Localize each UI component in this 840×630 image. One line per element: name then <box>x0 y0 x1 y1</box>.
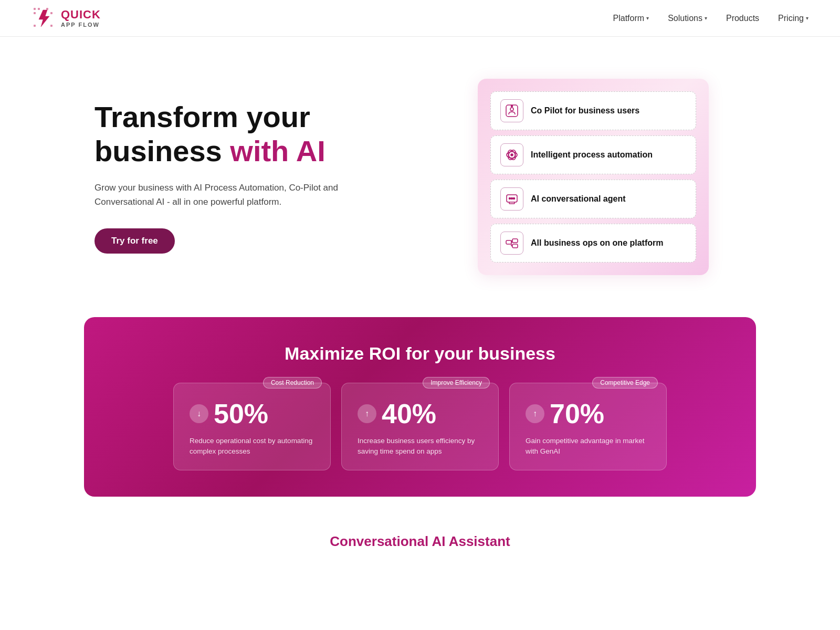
feature-item-automation: Intelligent process automation <box>490 135 696 174</box>
logo-appflow: APP FLOW <box>61 22 101 28</box>
logo-text: QUICK APP FLOW <box>61 8 101 27</box>
svg-point-9 <box>511 106 513 107</box>
nav-item-pricing[interactable]: Pricing ▾ <box>778 14 808 23</box>
agent-icon <box>505 192 519 206</box>
roi-desc-competitive: Gain competitive advantage in market wit… <box>526 436 650 457</box>
roi-title: Maximize ROI for your business <box>105 343 735 364</box>
copilot-icon <box>505 104 519 118</box>
svg-point-8 <box>510 108 513 111</box>
navbar: QUICK APP FLOW Platform ▾ Solutions ▾ Pr… <box>0 0 840 37</box>
up-arrow-icon: ↑ <box>358 404 376 423</box>
agent-icon-box <box>500 187 523 211</box>
feature-item-agent: AI conversational agent <box>490 180 696 218</box>
hero-section: Transform your business with AI Grow you… <box>52 37 788 307</box>
svg-rect-4 <box>50 12 52 14</box>
down-arrow-icon: ↓ <box>190 404 208 423</box>
svg-rect-20 <box>512 244 518 248</box>
feature-item-copilot: Co Pilot for business users <box>490 91 696 130</box>
feature-item-ops: All business ops on one platform <box>490 224 696 262</box>
try-for-free-button[interactable]: Try for free <box>94 228 175 254</box>
svg-point-16 <box>511 198 513 200</box>
roi-percent-cost: 50% <box>214 398 268 429</box>
roi-badge-efficiency: Improve Efficiency <box>423 377 490 388</box>
ops-icon <box>505 236 519 250</box>
roi-desc-cost: Reduce operational cost by automating co… <box>190 436 314 457</box>
roi-percent-efficiency: 40% <box>382 398 436 429</box>
hero-subtitle: Grow your business with AI Process Autom… <box>94 181 357 209</box>
feature-label-copilot: Co Pilot for business users <box>531 106 639 116</box>
svg-point-17 <box>513 198 515 200</box>
nav-item-solutions[interactable]: Solutions ▾ <box>668 14 707 23</box>
feature-list: Co Pilot for business users Intelligent … <box>490 91 696 262</box>
hero-title: Transform your business with AI <box>94 100 399 168</box>
chevron-down-icon: ▾ <box>806 15 808 21</box>
svg-rect-2 <box>34 12 36 14</box>
chevron-down-icon: ▾ <box>705 15 707 21</box>
roi-cards: Cost Reduction ↓ 50% Reduce operational … <box>105 383 735 470</box>
chevron-down-icon: ▾ <box>646 15 649 21</box>
svg-rect-1 <box>38 8 40 10</box>
roi-section: Maximize ROI for your business Cost Redu… <box>84 317 756 497</box>
up-arrow-icon-2: ↑ <box>526 404 544 423</box>
logo-icon <box>32 6 57 31</box>
roi-card-competitive: Competitive Edge ↑ 70% Gain competitive … <box>509 383 667 470</box>
feature-card-wrapper: Co Pilot for business users Intelligent … <box>478 79 709 275</box>
nav-item-products[interactable]: Products <box>726 14 759 23</box>
feature-label-automation: Intelligent process automation <box>531 150 653 160</box>
logo[interactable]: QUICK APP FLOW <box>32 6 101 31</box>
roi-card-efficiency: Improve Efficiency ↑ 40% Increase busine… <box>341 383 499 470</box>
bottom-teaser: Conversational AI Assistant <box>0 518 840 555</box>
copilot-icon-box <box>500 99 523 122</box>
svg-point-13 <box>511 154 513 156</box>
roi-percent-row-efficiency: ↑ 40% <box>358 398 482 429</box>
roi-percent-competitive: 70% <box>550 398 604 429</box>
roi-card-cost: Cost Reduction ↓ 50% Reduce operational … <box>173 383 331 470</box>
nav-item-platform[interactable]: Platform ▾ <box>613 14 649 23</box>
nav-links: Platform ▾ Solutions ▾ Products Pricing … <box>613 14 808 23</box>
automation-icon-box <box>500 143 523 166</box>
hero-left: Transform your business with AI Grow you… <box>94 100 399 253</box>
automation-icon <box>505 148 519 162</box>
svg-point-15 <box>509 198 511 200</box>
logo-quick: QUICK <box>61 8 101 21</box>
roi-percent-row-competitive: ↑ 70% <box>526 398 650 429</box>
feature-label-ops: All business ops on one platform <box>531 238 663 248</box>
hero-right: Co Pilot for business users Intelligent … <box>430 79 756 275</box>
svg-rect-0 <box>34 8 36 10</box>
svg-rect-5 <box>34 25 36 27</box>
svg-rect-19 <box>512 239 518 243</box>
roi-desc-efficiency: Increase business users efficiency by sa… <box>358 436 482 457</box>
feature-label-agent: AI conversational agent <box>531 194 626 204</box>
ops-icon-box <box>500 232 523 255</box>
svg-rect-18 <box>506 240 511 244</box>
roi-badge-competitive: Competitive Edge <box>592 377 658 388</box>
svg-rect-6 <box>50 25 52 27</box>
svg-rect-3 <box>46 8 48 10</box>
roi-percent-row-cost: ↓ 50% <box>190 398 314 429</box>
roi-badge-cost: Cost Reduction <box>263 377 322 388</box>
